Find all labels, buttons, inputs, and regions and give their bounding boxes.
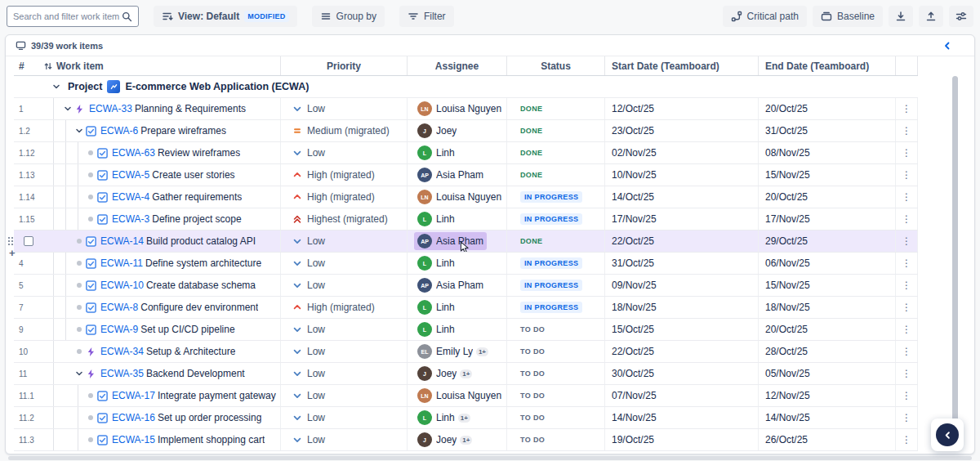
table-row[interactable]: 1.14 ECWA-4 Gather requirements High (mi… bbox=[14, 186, 918, 208]
table-row[interactable]: 9 ECWA-9 Set up CI/CD pipeline Low L Lin… bbox=[14, 319, 918, 341]
assignee-field[interactable]: J Joey bbox=[414, 122, 460, 140]
more-options-button[interactable]: ⋮ bbox=[902, 324, 911, 334]
baseline-button[interactable]: Baseline bbox=[813, 6, 883, 27]
assignee-field[interactable]: L Linh bbox=[414, 210, 458, 228]
link-dot bbox=[88, 217, 93, 222]
work-item-key[interactable]: ECWA-3 bbox=[112, 213, 149, 225]
collapse-panel-button[interactable] bbox=[942, 40, 953, 51]
table-row[interactable]: 1 ECWA-33 Planning & Requirements Low LN… bbox=[14, 98, 918, 120]
more-options-button[interactable]: ⋮ bbox=[902, 435, 911, 445]
table-row[interactable]: 1.15 ECWA-3 Define project scope Highest… bbox=[14, 208, 918, 230]
assignee-field[interactable]: AP Asia Pham bbox=[414, 232, 487, 250]
chevron-down-icon[interactable] bbox=[61, 103, 74, 114]
assignee-field[interactable]: J Joey 1+ bbox=[414, 431, 475, 449]
sort-icon[interactable] bbox=[43, 61, 53, 71]
more-options-button[interactable]: ⋮ bbox=[902, 148, 911, 158]
assignee-field[interactable]: J Joey 1+ bbox=[414, 365, 475, 383]
col-assignee[interactable]: Assignee bbox=[435, 60, 479, 72]
row-checkbox[interactable] bbox=[24, 236, 33, 246]
table-row[interactable]: 2 ECWA-14 Build product catalog API + Lo… bbox=[14, 230, 918, 253]
more-options-button[interactable]: ⋮ bbox=[902, 347, 911, 356]
table-row[interactable]: 4 ECWA-11 Define system architecture Low… bbox=[14, 253, 918, 275]
task-icon bbox=[86, 280, 96, 291]
col-status[interactable]: Status bbox=[541, 60, 571, 72]
more-options-button[interactable]: ⋮ bbox=[902, 302, 911, 312]
critical-path-button[interactable]: Critical path bbox=[723, 6, 807, 27]
assignee-field[interactable]: L Linh bbox=[414, 320, 458, 338]
table-row[interactable]: 11.2 ECWA-16 Set up order processing Low… bbox=[14, 407, 918, 429]
table-row[interactable]: 5 ECWA-10 Create database schema Low AP … bbox=[14, 275, 918, 297]
work-item-key[interactable]: ECWA-63 bbox=[112, 147, 155, 159]
work-item-key[interactable]: ECWA-6 bbox=[100, 125, 138, 137]
indent-spacer bbox=[38, 374, 73, 374]
assignee-field[interactable]: LN Louisa Nguyen bbox=[414, 387, 505, 405]
assignee-field[interactable]: AP Asia Pham bbox=[414, 276, 487, 294]
work-item-key[interactable]: ECWA-35 bbox=[100, 368, 144, 379]
table-row[interactable]: 7 ECWA-8 Configure dev environment High … bbox=[14, 297, 918, 319]
assignee-field[interactable]: EL Emily Ly 1+ bbox=[414, 342, 492, 360]
group-by-button[interactable]: Group by bbox=[312, 6, 385, 27]
assignee-field[interactable]: LN Louisa Nguyen bbox=[414, 188, 505, 206]
work-item-key[interactable]: ECWA-9 bbox=[100, 324, 138, 335]
horizontal-scrollbar[interactable] bbox=[8, 456, 972, 460]
more-options-button[interactable]: ⋮ bbox=[902, 236, 911, 246]
priority-label: Low bbox=[307, 390, 325, 401]
col-work-item[interactable]: Work item bbox=[56, 60, 104, 72]
more-options-button[interactable]: ⋮ bbox=[902, 192, 911, 202]
more-options-button[interactable]: ⋮ bbox=[902, 258, 911, 268]
assignee-field[interactable]: L Linh bbox=[414, 254, 458, 272]
table-row[interactable]: 1.13 ECWA-5 Create user stories High (mi… bbox=[14, 164, 918, 186]
work-item-key[interactable]: ECWA-33 bbox=[89, 103, 132, 114]
vertical-scrollbar[interactable] bbox=[952, 76, 958, 445]
more-options-button[interactable]: ⋮ bbox=[902, 391, 911, 401]
assignee-field[interactable]: L Linh bbox=[414, 298, 458, 316]
more-options-button[interactable]: ⋮ bbox=[902, 280, 911, 290]
assignee-field[interactable]: L Linh 1+ bbox=[414, 409, 474, 427]
group-row[interactable]: Project E-commerce Web Application (ECWA… bbox=[14, 76, 918, 98]
search-input[interactable] bbox=[13, 11, 122, 21]
work-item-key[interactable]: ECWA-34 bbox=[100, 346, 144, 357]
collapse-sidebar-fab[interactable] bbox=[931, 418, 964, 451]
table-row[interactable]: 1.2 ECWA-6 Prepare wireframes Medium (mi… bbox=[14, 120, 918, 142]
more-options-button[interactable]: ⋮ bbox=[902, 104, 911, 114]
more-options-button[interactable]: ⋮ bbox=[902, 413, 911, 423]
col-end-date[interactable]: End Date (Teamboard) bbox=[765, 60, 869, 72]
work-item-key[interactable]: ECWA-17 bbox=[112, 390, 155, 401]
more-options-button[interactable]: ⋮ bbox=[902, 170, 911, 180]
assignee-overflow-badge: 1+ bbox=[476, 347, 488, 356]
work-item-key[interactable]: ECWA-8 bbox=[100, 302, 138, 313]
more-options-button[interactable]: ⋮ bbox=[902, 369, 911, 378]
chevron-down-icon[interactable] bbox=[73, 368, 86, 379]
col-start-date[interactable]: Start Date (Teamboard) bbox=[612, 60, 719, 72]
table-row[interactable]: 11.3 ECWA-15 Implement shopping cart Low… bbox=[14, 429, 918, 451]
indent-spacer bbox=[38, 241, 73, 242]
view-button[interactable]: View: Default MODIFIED bbox=[154, 6, 297, 27]
more-options-button[interactable]: ⋮ bbox=[902, 126, 911, 136]
work-item-key[interactable]: ECWA-10 bbox=[100, 280, 144, 291]
work-item-key[interactable]: ECWA-11 bbox=[100, 257, 143, 269]
work-item-key[interactable]: ECWA-5 bbox=[112, 169, 149, 181]
filter-button[interactable]: Filter bbox=[399, 6, 454, 27]
work-item-key[interactable]: ECWA-15 bbox=[112, 434, 155, 445]
col-priority[interactable]: Priority bbox=[327, 60, 361, 72]
table-row[interactable]: 11.1 ECWA-17 Integrate payment gateway L… bbox=[14, 385, 918, 407]
table-row[interactable]: 1.12 ECWA-63 Review wireframes Low L Lin… bbox=[14, 142, 918, 164]
assignee-field[interactable]: AP Asia Pham bbox=[414, 166, 487, 184]
settings-button[interactable] bbox=[949, 6, 973, 27]
table-row[interactable]: 11 ECWA-35 Backend Development Low J Joe… bbox=[14, 363, 918, 385]
search-box[interactable] bbox=[7, 6, 139, 27]
work-item-key[interactable]: ECWA-16 bbox=[112, 412, 155, 423]
work-item-key[interactable]: ECWA-4 bbox=[112, 191, 149, 203]
export-button[interactable] bbox=[919, 6, 943, 27]
assignee-field[interactable]: L Linh bbox=[414, 144, 458, 162]
chevron-down-icon[interactable] bbox=[73, 125, 86, 137]
chevron-down-icon[interactable] bbox=[50, 81, 63, 92]
more-options-button[interactable]: ⋮ bbox=[902, 214, 911, 224]
assignee-field[interactable]: LN Louisa Nguyen bbox=[414, 100, 505, 118]
import-button[interactable] bbox=[889, 6, 913, 27]
row-number: 11.3 bbox=[19, 436, 34, 445]
work-item-key[interactable]: ECWA-14 bbox=[100, 235, 144, 247]
start-date: 09/Nov/25 bbox=[612, 280, 657, 291]
table-row[interactable]: 10 ECWA-34 Setup & Architecture Low EL E… bbox=[14, 341, 918, 363]
work-item-title: Setup & Architecture bbox=[146, 346, 235, 357]
